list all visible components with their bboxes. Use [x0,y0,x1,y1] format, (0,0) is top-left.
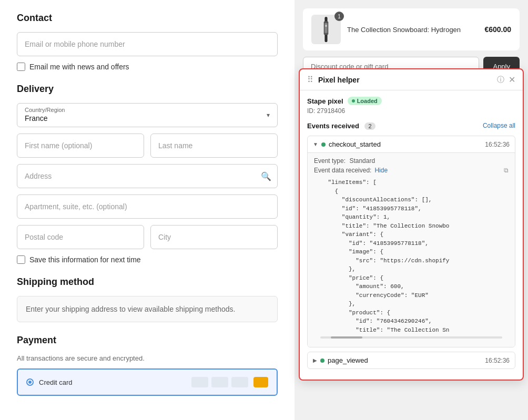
email-news-checkbox[interactable] [17,63,25,71]
country-select-group: Country/Region France ▾ [17,103,278,127]
event1-type-row: Event type: Standard [314,157,509,165]
last-name-input[interactable] [150,134,278,158]
search-icon: 🔍 [261,171,271,181]
pixel-helper-body: Stape pixel Loaded ID: 27918406 Events r… [300,90,523,380]
events-label: Events received [307,122,359,130]
country-value: France [17,113,277,127]
right-panel: 1 The Collection Snowboard: Hydrogen €60… [295,0,528,420]
event2-dot [320,358,324,363]
events-header: Events received 2 Collapse all [307,121,515,130]
product-image-wrap: 1 [311,15,341,44]
credit-card-label: Credit card [39,378,73,386]
product-card: 1 The Collection Snowboard: Hydrogen €60… [303,8,520,50]
horizontal-scrollbar[interactable] [320,336,502,339]
pixel-helper-panel: ⠿ Pixel helper ⓘ ✕ Stape pixel Loaded ID… [299,68,524,381]
payment-icon [253,377,268,387]
pixel-helper-title: Pixel helper [318,76,493,84]
product-info: The Collection Snowboard: Hydrogen [347,26,478,34]
event1-code: "lineItems": [ { "discountAllocations": … [314,178,509,334]
pixel-id: ID: 27918406 [307,107,515,115]
email-input[interactable] [17,32,278,56]
payment-section-title: Payment [17,335,278,346]
collapse-all-button[interactable]: Collapse all [483,122,515,129]
delivery-section-title: Delivery [17,84,278,95]
events-count: 2 [364,122,375,130]
event1-data-row: Event data received: Hide ⧉ [314,167,509,174]
quantity-badge: 1 [334,12,344,21]
postal-code-input[interactable] [17,225,144,249]
svg-rect-3 [325,25,327,26]
event1-data-label: Event data received: [314,167,371,174]
event1-type-label: Event type: [314,157,346,165]
payment-subtitle: All transactions are secure and encrypte… [17,354,278,362]
save-info-row: Save this information for next time [17,255,278,264]
event1-details: Event type: Standard Event data received… [308,152,515,347]
credit-card-option[interactable]: Credit card [17,368,278,396]
name-fields [17,134,278,158]
svg-rect-2 [324,23,327,33]
loaded-dot [352,99,355,103]
country-label: Country/Region [17,104,277,113]
chevron-right-icon: ▶ [313,357,317,363]
loaded-label: Loaded [357,98,378,104]
copy-icon[interactable]: ⧉ [504,167,509,174]
product-price: €600.00 [484,25,511,34]
product-name: The Collection Snowboard: Hydrogen [347,26,478,34]
card-icons [191,377,248,387]
shipping-hint: Enter your shipping address to view avai… [17,296,278,322]
close-icon[interactable]: ✕ [509,76,515,84]
event1-name: checkout_started [329,140,482,148]
event2-name: page_viewed [328,356,482,364]
loaded-badge: Loaded [348,97,382,105]
apartment-input[interactable] [17,194,278,219]
email-news-row: Email me with news and offers [17,63,278,71]
event2-time: 16:52:36 [485,357,510,364]
event1-time: 16:52:36 [485,141,510,148]
save-info-label: Save this information for next time [29,255,141,264]
contact-section-title: Contact [17,13,278,24]
email-field-group [17,32,278,56]
pixel-helper-header: ⠿ Pixel helper ⓘ ✕ [300,69,523,90]
checkout-form: Contact Email me with news and offers De… [0,0,295,420]
hide-link[interactable]: Hide [374,167,388,174]
address-field-group: 🔍 [17,164,278,188]
radio-selected [26,378,34,386]
event1-header[interactable]: ▼ checkout_started 16:52:36 [308,136,515,152]
event1-type-value: Standard [349,157,375,165]
save-info-checkbox[interactable] [17,255,25,264]
email-news-label: Email me with news and offers [29,63,129,71]
info-icon[interactable]: ⓘ [497,75,504,85]
event1-dot [321,142,326,147]
apartment-field-group [17,194,278,219]
shipping-section-title: Shipping method [17,276,278,288]
event-page-viewed: ▶ page_viewed 16:52:36 [307,352,515,369]
event-checkout-started: ▼ checkout_started 16:52:36 Event type: … [307,136,515,347]
snowboard-icon [319,17,333,42]
first-name-input[interactable] [17,134,144,158]
city-input[interactable] [150,225,278,249]
event2-header[interactable]: ▶ page_viewed 16:52:36 [308,352,515,368]
postal-city-fields [17,225,278,249]
stape-row: Stape pixel Loaded [307,97,515,105]
stape-label: Stape pixel [307,97,343,105]
drag-handle-icon[interactable]: ⠿ [307,75,314,85]
scrollbar-thumb [331,336,362,339]
chevron-down-icon: ▼ [313,141,318,147]
address-input[interactable] [17,164,278,188]
